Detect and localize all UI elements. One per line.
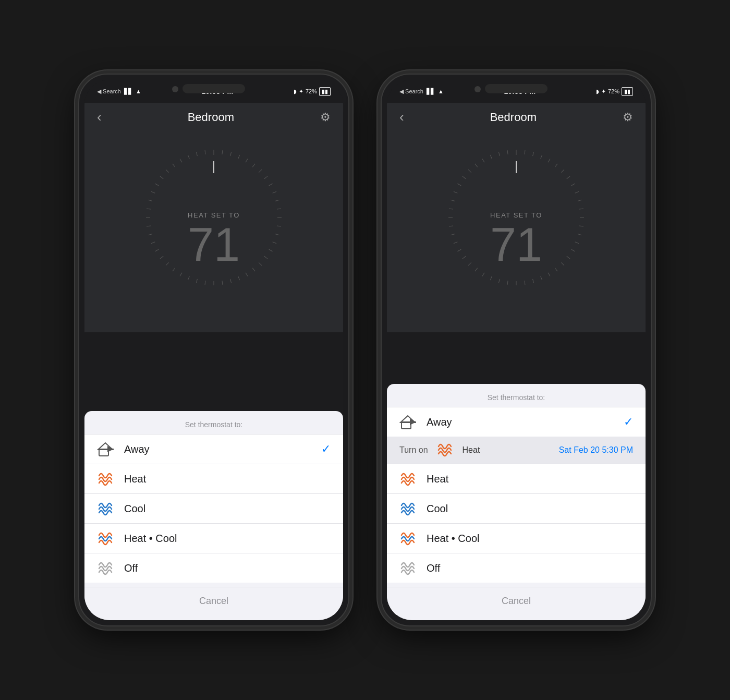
svg-line-44: [180, 159, 182, 162]
search-label-2: ◀ Search: [399, 88, 423, 95]
nav-title-1: Bedroom: [188, 111, 234, 124]
off-label-1: Off: [124, 562, 331, 574]
svg-line-4: [246, 159, 248, 162]
modal-item-heat-2[interactable]: Heat: [387, 464, 646, 493]
heatcool-icon-1: [97, 531, 117, 546]
svg-line-73: [533, 279, 534, 283]
modal-item-away-2[interactable]: Away ✓: [387, 407, 646, 437]
svg-line-7: [264, 176, 267, 179]
heatcool-label-1: Heat • Cool: [124, 533, 331, 545]
away-icon-2: [399, 415, 419, 429]
back-button-2[interactable]: ‹: [399, 109, 404, 125]
battery-icon-1: ▮▮: [319, 87, 331, 96]
turn-on-prefix-2: Turn on: [399, 445, 428, 455]
signal-icon-2: ▋▋: [427, 88, 435, 95]
svg-line-14: [275, 234, 279, 235]
modal-item-away-1[interactable]: Away ✓: [84, 434, 343, 464]
modal-item-off-1[interactable]: Off: [84, 553, 343, 583]
check-icon-2: ✓: [624, 415, 633, 429]
settings-icon-1[interactable]: ⚙: [320, 111, 331, 124]
modal-item-heat-1[interactable]: Heat: [84, 464, 343, 493]
svg-line-64: [579, 226, 583, 226]
svg-line-41: [160, 176, 163, 179]
svg-line-74: [525, 281, 525, 285]
battery-icon-2: ▮▮: [622, 87, 633, 96]
svg-line-21: [238, 276, 240, 280]
turn-on-banner-2[interactable]: Turn on Heat Sat Feb 20 5:30 PM: [387, 437, 646, 464]
svg-line-25: [205, 281, 205, 285]
svg-line-85: [451, 234, 455, 235]
svg-line-90: [454, 191, 457, 193]
moon-icon-2: ◗: [596, 88, 599, 95]
modal-sheet-1: Set thermostat to: Away ✓: [84, 411, 343, 620]
svg-line-10: [275, 200, 279, 201]
svg-line-33: [151, 242, 155, 244]
modal-item-heatcool-1[interactable]: Heat • Cool: [84, 523, 343, 553]
turn-on-date-2: Sat Feb 20 5:30 PM: [559, 445, 633, 455]
svg-line-13: [277, 226, 281, 226]
dial-2: HEAT SET TO 71: [433, 134, 600, 301]
nav-bar-1: ‹ Bedroom ⚙: [84, 103, 343, 131]
svg-line-58: [567, 176, 570, 179]
cool-icon-2: [399, 501, 419, 516]
cancel-button-2[interactable]: Cancel: [387, 587, 646, 615]
thermostat-area-1: ‹ Bedroom ⚙ /* ticks rendered via templa…: [84, 103, 343, 332]
svg-line-93: [468, 170, 471, 173]
svg-line-15: [273, 242, 276, 244]
svg-line-97: [498, 152, 500, 156]
cancel-button-1[interactable]: Cancel: [84, 587, 343, 615]
check-icon-1: ✓: [321, 442, 331, 456]
svg-line-8: [269, 184, 273, 186]
svg-line-94: [475, 164, 478, 167]
cool-icon-1: [97, 501, 117, 516]
modal-item-cool-1[interactable]: Cool: [84, 493, 343, 523]
svg-line-81: [468, 262, 471, 265]
heatcool-label-2: Heat • Cool: [427, 533, 633, 545]
heatcool-icon-2: [399, 531, 419, 546]
thermostat-area-2: ‹ Bedroom ⚙: [387, 103, 646, 332]
modal-item-cool-2[interactable]: Cool: [387, 493, 646, 523]
settings-icon-2[interactable]: ⚙: [623, 111, 633, 124]
bluetooth-icon-2: ✦: [601, 88, 606, 95]
svg-line-91: [457, 184, 461, 186]
svg-line-37: [147, 209, 151, 209]
svg-line-79: [482, 273, 484, 276]
svg-line-35: [147, 226, 151, 226]
heat-icon-2: [399, 472, 419, 486]
cool-label-2: Cool: [427, 503, 633, 515]
svg-line-47: [205, 150, 205, 154]
svg-line-82: [463, 256, 466, 259]
svg-line-2: [230, 152, 232, 156]
svg-line-83: [457, 249, 461, 251]
svg-line-29: [173, 268, 175, 271]
thermostat-labels-1: HEAT SET TO 71: [188, 211, 240, 268]
nav-title-2: Bedroom: [490, 111, 537, 124]
away-icon-1: [97, 442, 117, 456]
modal-item-heatcool-2[interactable]: Heat • Cool: [387, 523, 646, 553]
svg-line-76: [507, 281, 508, 285]
svg-line-11: [277, 209, 281, 209]
battery-label-2: 72%: [608, 88, 619, 94]
phone-screen-2: ◀ Search ▋▋ ▲ 10:53 PM ◗ ✦ 72% ▮▮ ‹ Bedr…: [387, 80, 646, 620]
svg-line-62: [579, 209, 583, 209]
svg-line-56: [555, 164, 557, 167]
svg-line-38: [148, 200, 152, 201]
svg-line-59: [571, 184, 575, 186]
svg-line-34: [148, 234, 152, 235]
thermostat-labels-2: HEAT SET TO 71: [490, 211, 542, 268]
svg-line-71: [548, 273, 550, 276]
modal-item-off-2[interactable]: Off: [387, 553, 646, 583]
svg-line-86: [449, 226, 453, 226]
back-button-1[interactable]: ‹: [97, 109, 102, 125]
svg-line-68: [567, 256, 570, 259]
dial-1: /* ticks rendered via template below */: [130, 134, 297, 301]
svg-line-67: [571, 249, 575, 251]
svg-line-61: [578, 200, 582, 201]
svg-line-96: [490, 155, 492, 159]
camera-phone2: [475, 86, 481, 92]
wifi-icon-1: ▲: [136, 88, 141, 94]
svg-line-78: [490, 276, 492, 280]
phone-screen-1: ◀ Search ▋▋ ▲ 10:53 PM ◗ ✦ 72% ▮▮ ‹ Bedr…: [84, 80, 343, 620]
svg-line-84: [454, 242, 457, 244]
svg-line-70: [555, 268, 557, 271]
